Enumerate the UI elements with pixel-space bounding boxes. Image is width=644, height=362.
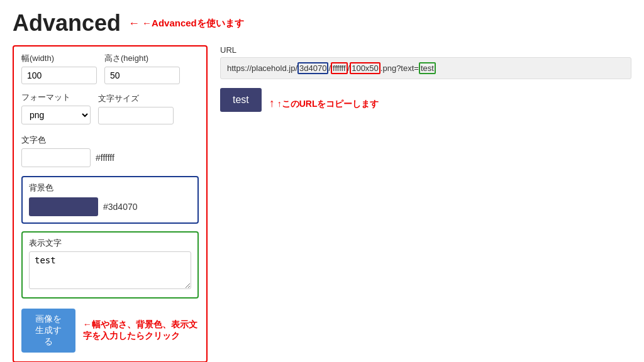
bg-color-row: #3d4070 xyxy=(29,197,191,216)
url-label: URL xyxy=(220,45,631,55)
width-label: 幅(width) xyxy=(21,53,97,64)
dimension-row: 幅(width) 高さ(height) xyxy=(21,53,199,84)
bg-color-swatch[interactable] xyxy=(29,197,98,216)
width-group: 幅(width) xyxy=(21,53,97,84)
preview-button[interactable]: test xyxy=(220,88,262,112)
url-suffix-before: .png?text= xyxy=(380,63,419,73)
format-select[interactable]: png jpg gif xyxy=(21,106,91,124)
text-color-section: 文字色 #ffffff xyxy=(21,134,199,167)
left-panel: 幅(width) 高さ(height) フォーマット png jpg gif 文… xyxy=(13,45,208,362)
url-text-param: test xyxy=(419,62,436,74)
height-label: 高さ(height) xyxy=(104,53,180,64)
fontsize-label: 文字サイズ xyxy=(98,93,174,104)
url-prefix: https://placehold.jp/ xyxy=(227,63,297,73)
url-annotation: ↑ ↑このURLをコピーします xyxy=(269,97,379,110)
text-color-swatch[interactable] xyxy=(21,148,91,167)
text-color-label: 文字色 xyxy=(21,134,199,146)
format-section: フォーマット png jpg gif 文字サイズ xyxy=(21,92,199,124)
height-input[interactable] xyxy=(104,67,180,84)
generate-button[interactable]: 画像を生成する xyxy=(21,309,75,353)
bg-color-section: 背景色 #3d4070 xyxy=(21,176,199,224)
page-title: Advanced xyxy=(13,10,121,36)
page-title-row: Advanced ← ←Advancedを使います xyxy=(13,10,631,36)
text-color-row: #ffffff xyxy=(21,148,199,167)
fontsize-input[interactable] xyxy=(98,107,174,124)
url-fg-color: ffffff xyxy=(331,62,348,74)
display-text-input[interactable]: test xyxy=(29,251,191,289)
arrow-left-icon: ← xyxy=(128,17,140,30)
url-bg-color: 3d4070 xyxy=(297,62,328,74)
right-panel: URL https://placehold.jp/3d4070/ffffff/1… xyxy=(220,45,631,362)
height-group: 高さ(height) xyxy=(104,53,180,84)
title-annotation: ← ←Advancedを使います xyxy=(128,17,244,30)
url-annotation-row: test ↑ ↑このURLをコピーします xyxy=(220,88,631,118)
title-annotation-text: ←Advancedを使います xyxy=(142,18,244,30)
url-size: 100x50 xyxy=(350,62,380,74)
width-input[interactable] xyxy=(21,67,97,84)
display-text-section: 表示文字 test xyxy=(21,231,199,299)
url-annotation-text: ↑このURLをコピーします xyxy=(277,99,379,109)
format-group: フォーマット png jpg gif xyxy=(21,92,91,124)
text-color-hex: #ffffff xyxy=(96,153,114,163)
bg-color-label: 背景色 xyxy=(29,182,191,194)
fontsize-group: 文字サイズ xyxy=(98,93,174,124)
bottom-annotation: ←幅や高さ、背景色、表示文字を入力したらクリック xyxy=(83,319,199,342)
bg-color-hex: #3d4070 xyxy=(103,202,138,212)
arrow-up-icon: ↑ xyxy=(269,97,275,109)
format-label: フォーマット xyxy=(21,92,91,103)
url-display: https://placehold.jp/3d4070/ffffff/100x5… xyxy=(220,57,631,79)
main-layout: 幅(width) 高さ(height) フォーマット png jpg gif 文… xyxy=(13,45,631,362)
display-text-label: 表示文字 xyxy=(29,238,191,249)
url-section: URL https://placehold.jp/3d4070/ffffff/1… xyxy=(220,45,631,79)
bottom-row: 画像を生成する ←幅や高さ、背景色、表示文字を入力したらクリック xyxy=(21,309,199,353)
